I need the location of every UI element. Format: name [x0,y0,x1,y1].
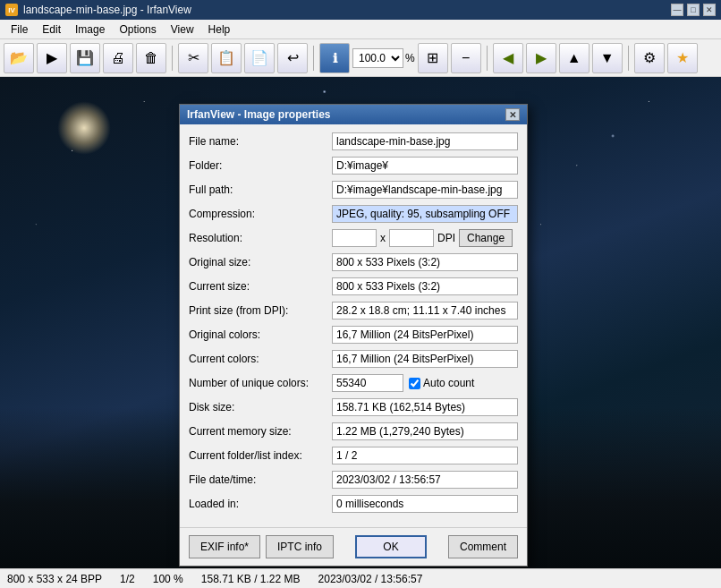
full-path-row: Full path: D:¥image¥landscape-min-base.j… [189,180,518,200]
star-button[interactable]: ★ [667,43,698,73]
current-colors-row: Current colors: 16,7 Million (24 BitsPer… [189,349,518,369]
full-path-value-container: D:¥image¥landscape-min-base.jpg [332,181,518,199]
unique-colors-input[interactable] [332,374,403,392]
print-button[interactable]: 🖨 [103,43,133,73]
delete-button[interactable]: 🗑 [136,43,166,73]
original-size-label: Original size: [189,256,332,268]
dialog-close-button[interactable]: ✕ [505,108,520,121]
status-bar: 800 x 533 x 24 BPP 1/2 100 % 158.71 KB /… [0,568,721,588]
resolution-dpi-label: DPI [437,232,455,244]
exif-button[interactable]: EXIF info* [189,535,260,558]
resolution-change-button[interactable]: Change [459,229,513,247]
pan-down-button[interactable]: ▼ [592,43,623,73]
menu-view[interactable]: View [164,21,201,38]
cut-button[interactable]: ✂ [178,43,208,73]
memory-size-label: Current memory size: [189,425,332,438]
iptc-button[interactable]: IPTC info [266,535,334,558]
play-button[interactable]: ▶ [37,43,67,73]
prev-button[interactable]: ◀ [493,43,523,73]
background-image: IrfanView - Image properties ✕ File name… [0,77,721,568]
original-colors-value-container: 16,7 Million (24 BitsPerPixel) [332,326,518,344]
menu-file[interactable]: File [4,21,35,38]
status-datetime: 2023/03/02 / 13:56:57 [318,573,423,585]
disk-size-label: Disk size: [189,401,332,413]
folder-index-label: Current folder/list index: [189,449,332,462]
resolution-x-input[interactable] [332,229,377,247]
app-icon: IV [5,4,18,16]
resolution-row: Resolution: x DPI Change [189,228,518,248]
ok-button[interactable]: OK [355,535,427,558]
menu-options[interactable]: Options [112,21,163,38]
paste-button[interactable]: 📄 [244,43,275,73]
maximize-button[interactable]: □ [687,4,700,16]
folder-label: Folder: [189,159,332,172]
memory-size-value: 1.22 MB (1,279,240 Bytes) [332,422,518,440]
close-button[interactable]: ✕ [703,4,716,16]
app-title: landscape-min-base.jpg - IrfanView [23,4,666,16]
zoom-select[interactable]: 100.0 [352,48,403,68]
unique-colors-label: Number of unique colors: [189,377,332,389]
footer-left-buttons: EXIF info* IPTC info [189,535,334,558]
current-colors-value: 16,7 Million (24 BitsPerPixel) [332,350,518,368]
full-path-label: Full path: [189,183,332,196]
auto-count-label: Auto count [409,377,474,389]
unique-colors-controls: Auto count [332,374,518,392]
undo-button[interactable]: ↩ [277,43,308,73]
folder-index-row: Current folder/list index: 1 / 2 [189,446,518,465]
dialog-body: File name: landscape-min-base.jpg Folder… [180,124,527,527]
auto-count-checkbox[interactable] [409,378,420,389]
folder-value-container: D:¥image¥ [332,157,518,175]
current-size-value-container: 800 x 533 Pixels (3:2) [332,277,518,295]
zoom-fit-button[interactable]: ⊞ [418,43,448,73]
comment-button[interactable]: Comment [448,535,518,558]
current-size-label: Current size: [189,280,332,293]
menu-edit[interactable]: Edit [35,21,68,38]
original-size-value-container: 800 x 533 Pixels (3:2) [332,253,518,271]
datetime-value: 2023/03/02 / 13:56:57 [332,471,518,489]
loaded-in-value-container: 0 milliseconds [332,495,518,513]
memory-size-value-container: 1.22 MB (1,279,240 Bytes) [332,422,518,440]
zoom-control: 100.0 % [352,48,415,68]
toolbar: 📂 ▶ 💾 🖨 🗑 ✂ 📋 📄 ↩ ℹ 100.0 % ⊞ − ◀ ▶ ▲ ▼ … [0,39,721,77]
settings-button[interactable]: ⚙ [634,43,665,73]
status-dimensions: 800 x 533 x 24 BPP [7,573,102,585]
datetime-value-container: 2023/03/02 / 13:56:57 [332,471,518,489]
folder-value: D:¥image¥ [332,157,518,175]
menu-image[interactable]: Image [68,21,112,38]
zoom-in-button[interactable]: − [451,43,481,73]
file-name-label: File name: [189,135,332,148]
compression-value-container: JPEG, quality: 95, subsampling OFF [332,205,518,223]
status-index: 1/2 [120,573,135,585]
toolbar-separator [172,46,173,71]
compression-row: Compression: JPEG, quality: 95, subsampl… [189,204,518,224]
resolution-controls: x DPI Change [332,229,518,247]
file-name-row: File name: landscape-min-base.jpg [189,132,518,151]
datetime-row: File date/time: 2023/03/02 / 13:56:57 [189,470,518,490]
next-button[interactable]: ▶ [526,43,556,73]
minimize-button[interactable]: — [671,4,683,16]
current-size-row: Current size: 800 x 533 Pixels (3:2) [189,277,518,296]
compression-value: JPEG, quality: 95, subsampling OFF [332,205,518,223]
menu-bar: File Edit Image Options View Help [0,20,721,39]
auto-count-text: Auto count [423,377,474,389]
zoom-percent: % [405,52,415,64]
copy-button[interactable]: 📋 [211,43,242,73]
open-button[interactable]: 📂 [4,43,34,73]
datetime-label: File date/time: [189,473,332,486]
save-button[interactable]: 💾 [70,43,100,73]
info-button[interactable]: ℹ [319,43,350,73]
compression-label: Compression: [189,208,332,220]
folder-row: Folder: D:¥image¥ [189,156,518,175]
dialog-title-text: IrfanView - Image properties [187,108,331,121]
print-size-value: 28.2 x 18.8 cm; 11.11 x 7.40 inches [332,302,518,320]
original-size-row: Original size: 800 x 533 Pixels (3:2) [189,252,518,272]
dialog-title-bar: IrfanView - Image properties ✕ [180,105,527,124]
loaded-in-label: Loaded in: [189,498,332,510]
full-path-value: D:¥image¥landscape-min-base.jpg [332,181,518,199]
resolution-y-input[interactable] [389,229,434,247]
menu-help[interactable]: Help [201,21,238,38]
toolbar-separator-3 [487,46,488,71]
pan-up-button[interactable]: ▲ [559,43,590,73]
current-colors-label: Current colors: [189,353,332,365]
print-size-row: Print size (from DPI): 28.2 x 18.8 cm; 1… [189,301,518,320]
